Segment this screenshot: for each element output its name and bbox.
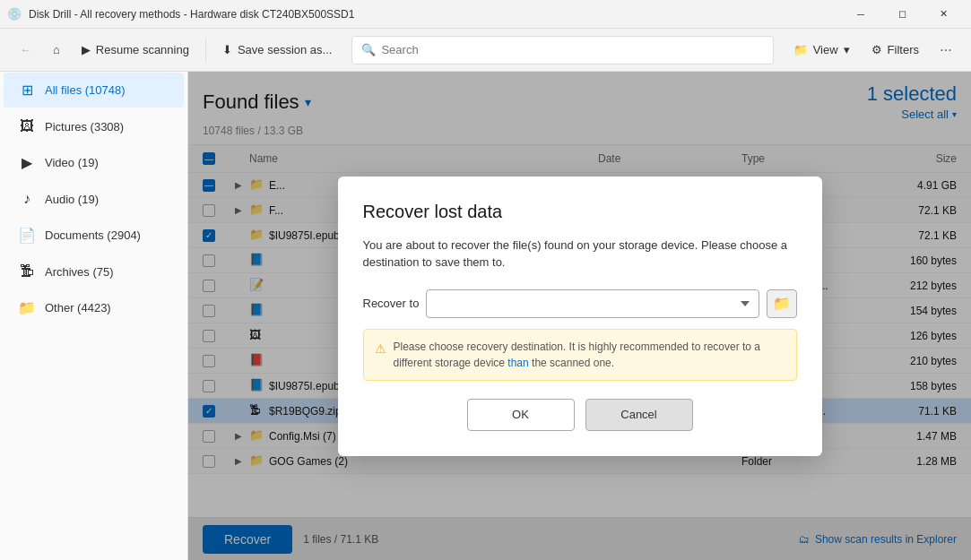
chevron-down-icon: ▾ [844, 43, 850, 56]
document-icon: 📄 [18, 227, 36, 244]
back-button[interactable]: ← [11, 38, 40, 62]
folder-browse-icon: 📁 [773, 295, 791, 312]
archive-icon: 🗜 [18, 263, 36, 280]
warning-link: than [507, 357, 528, 369]
sidebar-item-archives[interactable]: 🗜 Archives (75) [4, 254, 184, 289]
recover-to-label: Recover to [363, 297, 420, 310]
play-icon: ▶ [82, 43, 91, 56]
main-layout: ⊞ All files (10748) 🖼 Pictures (3308) ▶ … [0, 72, 971, 560]
minimize-button[interactable]: ─ [840, 0, 881, 29]
toolbar-separator [205, 38, 206, 63]
close-button[interactable]: ✕ [923, 0, 964, 29]
save-session-button[interactable]: ⬇ Save session as... [213, 38, 342, 62]
sidebar-item-audio[interactable]: ♪ Audio (19) [4, 182, 184, 216]
search-box: 🔍 [351, 36, 773, 65]
ok-button[interactable]: OK [467, 399, 575, 431]
sidebar: ⊞ All files (10748) 🖼 Pictures (3308) ▶ … [0, 72, 188, 560]
titlebar: 💿 Disk Drill - All recovery methods - Ha… [0, 0, 971, 29]
save-icon: ⬇ [222, 43, 232, 56]
sidebar-item-all-files[interactable]: ⊞ All files (10748) [4, 73, 184, 108]
modal-actions: OK Cancel [363, 399, 797, 431]
modal-warning: ⚠ Please choose recovery destination. It… [363, 329, 797, 381]
video-icon: ▶ [18, 154, 36, 171]
maximize-button[interactable]: ◻ [881, 0, 923, 29]
app-icon: 💿 [7, 7, 22, 22]
search-input[interactable] [381, 43, 763, 56]
search-icon: 🔍 [361, 43, 376, 56]
cancel-button[interactable]: Cancel [585, 399, 693, 431]
view-button[interactable]: 📁 View ▾ [785, 38, 859, 62]
titlebar-title: Disk Drill - All recovery methods - Hard… [29, 8, 840, 21]
image-icon: 🖼 [18, 118, 36, 134]
back-icon: ← [20, 43, 31, 56]
recover-modal: Recover lost data You are about to recov… [338, 177, 822, 456]
modal-overlay: Recover lost data You are about to recov… [188, 72, 971, 560]
recover-to-select[interactable] [426, 289, 759, 318]
sidebar-item-other[interactable]: 📁 Other (4423) [4, 290, 184, 325]
modal-recover-row: Recover to 📁 [363, 289, 797, 318]
sidebar-item-pictures[interactable]: 🖼 Pictures (3308) [4, 109, 184, 143]
modal-title: Recover lost data [363, 202, 797, 222]
resume-scanning-button[interactable]: ▶ Resume scanning [73, 38, 198, 62]
warning-icon: ⚠ [375, 340, 386, 358]
toolbar: ← ⌂ ▶ Resume scanning ⬇ Save session as.… [0, 29, 971, 72]
home-icon: ⌂ [53, 43, 60, 56]
audio-icon: ♪ [18, 191, 36, 207]
modal-warning-text: Please choose recovery destination. It i… [394, 339, 785, 371]
home-button[interactable]: ⌂ [44, 38, 69, 62]
other-icon: 📁 [18, 299, 36, 316]
more-button[interactable]: ··· [932, 36, 960, 65]
filter-icon: ⚙ [871, 43, 882, 56]
grid-icon: ⊞ [18, 82, 36, 99]
sidebar-item-video[interactable]: ▶ Video (19) [4, 145, 184, 180]
folder-icon: 📁 [793, 43, 808, 56]
titlebar-controls: ─ ◻ ✕ [840, 0, 964, 29]
sidebar-item-documents[interactable]: 📄 Documents (2904) [4, 218, 184, 253]
filters-button[interactable]: ⚙ Filters [863, 38, 928, 62]
modal-body: You are about to recover the file(s) fou… [363, 237, 797, 271]
content-area: Found files ▾ 1 selected Select all ▾ 10… [188, 72, 971, 560]
browse-folder-button[interactable]: 📁 [767, 289, 797, 318]
